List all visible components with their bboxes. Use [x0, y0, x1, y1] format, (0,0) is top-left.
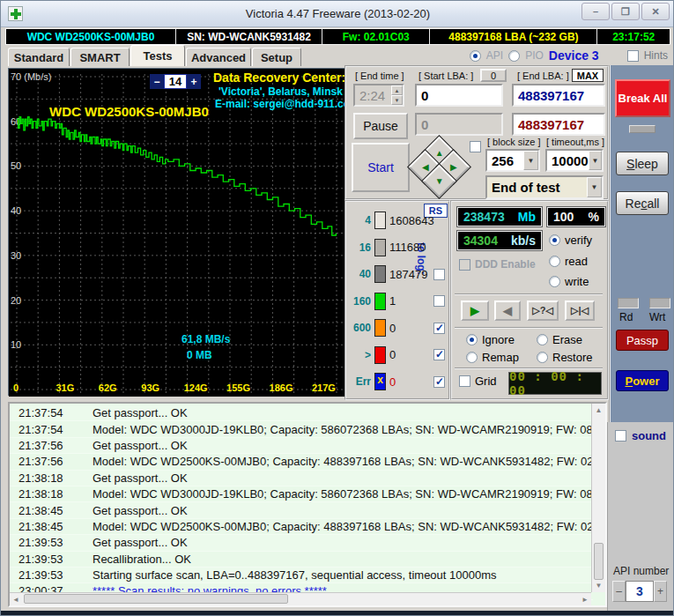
- timeout-label: [ timeout,ms ]: [546, 137, 604, 147]
- api-radio[interactable]: [470, 50, 481, 62]
- grid-checkbox[interactable]: [459, 375, 470, 387]
- minimize-button[interactable]: –: [581, 3, 610, 20]
- passp-button[interactable]: Passp: [616, 330, 669, 351]
- legend-color-swatch: [374, 293, 386, 310]
- legend-log-checkbox->[interactable]: [433, 349, 445, 360]
- zoom-minus-button[interactable]: −: [150, 74, 164, 89]
- zoom-plus-button[interactable]: +: [187, 74, 201, 89]
- write-radio-row[interactable]: write: [549, 275, 589, 288]
- timeout-select[interactable]: 10000 ▼: [545, 149, 604, 172]
- ignore-radio[interactable]: [466, 334, 478, 345]
- title-bar[interactable]: Victoria 4.47 Freeware (2013-02-20) – ❐ …: [1, 1, 674, 27]
- restore-radio-row[interactable]: Restore: [537, 351, 593, 364]
- legend-log-checkbox-600[interactable]: [433, 323, 445, 334]
- start-button[interactable]: Start: [352, 143, 410, 192]
- log-vertical-scrollbar[interactable]: ▲ ▼: [591, 404, 605, 592]
- read-label: read: [565, 255, 588, 268]
- hints-checkbox[interactable]: [627, 50, 639, 62]
- block-size-dropdown-icon[interactable]: ▼: [523, 151, 538, 170]
- log-horizontal-scrollbar[interactable]: ◄ ►: [10, 592, 591, 605]
- vscroll-thumb[interactable]: [594, 543, 604, 580]
- grid-label: Grid: [475, 375, 497, 388]
- sound-checkbox-row[interactable]: sound: [615, 429, 666, 442]
- break-all-button[interactable]: Break All: [615, 79, 670, 117]
- scroll-down-icon[interactable]: ▼: [592, 582, 605, 590]
- scroll-up-icon[interactable]: ▲: [592, 406, 605, 414]
- scroll-left-icon[interactable]: ◄: [12, 596, 19, 604]
- play-button[interactable]: ▶: [461, 301, 489, 321]
- log-row: 21:37:54Get passport... OK: [10, 405, 593, 421]
- ignore-radio-row[interactable]: Ignore: [466, 333, 515, 346]
- graph-zoom-spinner[interactable]: − 14 +: [150, 74, 201, 89]
- remap-radio[interactable]: [466, 352, 478, 363]
- pause-button[interactable]: Pause: [353, 113, 408, 139]
- api-number-spinner[interactable]: – 3 +: [612, 581, 667, 602]
- tab-standard[interactable]: Standard: [8, 48, 70, 66]
- end-lba-input[interactable]: 488397167: [512, 84, 605, 107]
- question-icon: ▷?◁: [532, 305, 553, 316]
- close-button[interactable]: ✕: [641, 3, 670, 20]
- read-radio-row[interactable]: read: [549, 255, 588, 268]
- event-log[interactable]: 21:37:54Get passport... OK21:37:54Model:…: [8, 402, 607, 607]
- log-row: 21:39:53Get passport... OK: [10, 535, 593, 551]
- ddd-enable-checkbox[interactable]: [459, 259, 470, 271]
- rd-led: [618, 298, 639, 308]
- end-action-dropdown-icon[interactable]: ▼: [587, 177, 602, 197]
- scroll-right-icon[interactable]: ►: [581, 596, 589, 604]
- timeout-dropdown-icon[interactable]: ▼: [589, 151, 602, 170]
- end-time-down-icon[interactable]: ▼: [391, 95, 403, 105]
- power-button[interactable]: Power: [616, 370, 669, 391]
- grid-checkbox-row[interactable]: Grid: [459, 375, 497, 388]
- tab-setup[interactable]: Setup: [252, 48, 301, 66]
- read-radio[interactable]: [549, 256, 560, 267]
- verify-radio[interactable]: [549, 234, 560, 246]
- remap-radio-row[interactable]: Remap: [466, 351, 519, 364]
- maximize-button[interactable]: ❐: [611, 3, 640, 20]
- log-message: Model: WDC WD2500KS-00MJB0; Capacity: 48…: [93, 455, 593, 468]
- tab-smart[interactable]: SMART: [70, 48, 130, 66]
- tab-advanced[interactable]: Advanced: [186, 48, 251, 66]
- api-plus-button[interactable]: +: [654, 581, 667, 602]
- log-row: 21:37:54Model: WDC WD3000JD-19KLB0; Capa…: [10, 421, 593, 437]
- start-lba-zero-button[interactable]: 0: [480, 69, 507, 82]
- sleep-button[interactable]: Sleep: [616, 152, 669, 175]
- busy-indicator: [629, 125, 655, 133]
- to-end-button[interactable]: ▷|◁: [565, 301, 595, 321]
- end-time-spinner[interactable]: 2:24 ▲▼: [353, 84, 404, 107]
- drive-serial: SN: WD-WCANK5931482: [176, 29, 322, 44]
- erase-radio[interactable]: [537, 334, 548, 345]
- block-size-select[interactable]: 256 ▼: [485, 149, 540, 172]
- log-message: Get passport... OK: [93, 504, 188, 517]
- sound-checkbox[interactable]: [615, 430, 626, 442]
- arrow-up-icon: ▲: [435, 148, 444, 158]
- erase-radio-row[interactable]: Erase: [537, 333, 582, 346]
- svg-text:31G: 31G: [56, 382, 74, 393]
- pad-checkbox[interactable]: [470, 141, 481, 152]
- end-time-up-icon[interactable]: ▲: [391, 85, 403, 95]
- legend-row-4: 41608643: [346, 211, 448, 230]
- restore-radio[interactable]: [537, 352, 548, 363]
- scan-question-button[interactable]: ▷?◁: [527, 301, 559, 321]
- verify-label: verify: [565, 234, 592, 247]
- log-timestamp: 21:38:18: [19, 487, 73, 501]
- hints-label: Hints: [644, 49, 668, 62]
- hscroll-thumb[interactable]: [24, 594, 288, 604]
- end-action-select[interactable]: End of test ▼: [485, 175, 604, 199]
- pio-radio[interactable]: [508, 50, 520, 62]
- legend-log-checkbox-40[interactable]: [433, 269, 445, 280]
- log-message: Get passport... OK: [93, 471, 188, 485]
- tab-tests[interactable]: Tests: [130, 45, 185, 66]
- write-radio[interactable]: [549, 276, 560, 287]
- start-lba-input[interactable]: 0: [415, 84, 503, 107]
- max-button[interactable]: MAX: [572, 69, 604, 82]
- verify-radio-row[interactable]: verify: [549, 234, 592, 247]
- svg-text:30: 30: [11, 250, 21, 261]
- drc-banner-line3: E-mail: sergei@hdd-911.com: [215, 98, 359, 110]
- api-minus-button[interactable]: –: [612, 581, 626, 602]
- step-back-button[interactable]: ◀: [494, 301, 521, 321]
- start-lba-label: [ Start LBA: ]: [418, 71, 473, 81]
- legend-log-checkbox-Err[interactable]: [433, 376, 445, 388]
- ddd-enable-row[interactable]: DDD Enable: [459, 258, 536, 271]
- legend-log-checkbox-160[interactable]: [433, 295, 445, 307]
- recall-button[interactable]: Recall: [616, 191, 669, 215]
